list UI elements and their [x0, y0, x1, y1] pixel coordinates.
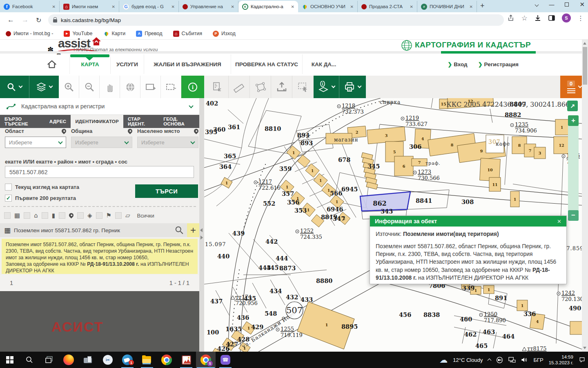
taskbar-start[interactable] — [0, 352, 20, 368]
bookmark-item[interactable]: AПревод — [136, 31, 162, 37]
filter-checkbox[interactable] — [115, 212, 122, 219]
network-icon[interactable] — [508, 357, 516, 363]
sidebar-tab[interactable]: ГЕОД. ОСНОВА — [159, 115, 199, 128]
measure-coordinates-tool[interactable] — [207, 76, 229, 98]
restore-button[interactable] — [565, 2, 569, 7]
browser-tab[interactable]: ⌂Имоти наем✕ — [60, 1, 119, 12]
measure-distance-tool[interactable] — [229, 76, 250, 98]
sidebar-tab[interactable]: БЪРЗО ТЪРСЕНЕ — [0, 115, 45, 128]
tray-expand-icon[interactable] — [488, 359, 492, 363]
home-icon[interactable] — [47, 59, 57, 69]
result-add-button[interactable]: + — [187, 223, 199, 237]
nav-item-жалби-и-възражения[interactable]: ЖАЛБИ И ВЪЗРАЖЕНИЯ — [144, 54, 231, 74]
keyboard-language[interactable]: БГР — [533, 357, 543, 363]
select-region-tool[interactable] — [292, 76, 314, 98]
sidebar-tab[interactable]: ИДЕНТИФИКАТОР — [71, 115, 123, 128]
sidebar-tab[interactable]: СТАР ИДЕНТ. — [123, 115, 159, 128]
filter-checkbox[interactable] — [96, 212, 102, 219]
tab-close-icon[interactable]: ✕ — [51, 4, 57, 9]
field-select-1[interactable]: Изберете — [5, 137, 66, 148]
map-building[interactable] — [570, 321, 582, 334]
close-button[interactable]: ✕ — [579, 1, 585, 8]
filter-checkbox[interactable] — [42, 212, 48, 219]
filter-checkbox[interactable] — [24, 212, 30, 219]
minimize-button[interactable]: — — [549, 2, 554, 8]
filter-checkbox[interactable] — [4, 212, 11, 219]
current-view-checkbox[interactable] — [5, 184, 12, 191]
browser-tab[interactable]: Управление на✕ — [179, 1, 238, 12]
print-button[interactable] — [339, 76, 366, 98]
clock[interactable]: 14:5915.3.2023 г. — [549, 354, 573, 366]
menu-dots-icon[interactable]: ⋮ — [577, 14, 584, 22]
zoom-window-in-tool[interactable] — [140, 76, 161, 98]
upload-tool[interactable] — [271, 76, 292, 98]
field-select-3[interactable]: Изберете — [137, 137, 198, 148]
tab-close-icon[interactable]: ✕ — [290, 4, 296, 9]
layer-select-dropdown[interactable]: Кадастрална карта и регистри — [0, 98, 199, 115]
identifier-input[interactable]: 55871.507.862 — [5, 166, 194, 178]
info-tool[interactable]: i — [181, 76, 204, 98]
search-tool-button[interactable] — [0, 76, 29, 98]
zoom-slider-track[interactable] — [568, 115, 579, 221]
sidebar-tab[interactable]: АДРЕС — [45, 115, 71, 128]
zoom-out-tool[interactable] — [79, 76, 100, 98]
volume-icon[interactable] — [521, 357, 528, 363]
result-zoom-icon[interactable] — [175, 226, 184, 235]
scrollbar-thumb[interactable] — [583, 47, 587, 85]
map-building[interactable] — [297, 155, 310, 168]
address-bar[interactable]: kais.cadastre.bg/bg/Map — [48, 14, 504, 26]
bookmark-item[interactable]: Карти — [103, 31, 126, 37]
zoom-window-out-tool[interactable] — [161, 76, 181, 98]
back-button[interactable]: ← — [7, 16, 14, 24]
tab-close-icon[interactable]: ✕ — [111, 4, 116, 9]
sidebar-collapse-strip[interactable] — [199, 98, 204, 352]
search-button[interactable]: ТЪРСИ — [135, 184, 198, 198]
browser-tab[interactable]: #ПОЧИВНИ ДНИ✕ — [417, 1, 477, 12]
taskbar-task-view[interactable] — [39, 352, 59, 368]
share-icon[interactable] — [508, 14, 515, 22]
download-icon[interactable] — [534, 14, 541, 22]
page-scrollbar[interactable] — [582, 40, 588, 352]
first200-checkbox[interactable]: ✓ — [5, 195, 12, 202]
weather-condition[interactable]: Cloudy — [466, 357, 483, 363]
tab-close-icon[interactable]: ✕ — [230, 4, 236, 9]
popup-header[interactable]: Информация за обект ✕ — [370, 216, 566, 227]
zoom-in-tool[interactable] — [59, 76, 79, 98]
forward-button[interactable]: → — [22, 16, 29, 24]
map-zoom-in-button[interactable]: + — [568, 115, 579, 126]
nav-item-как-да-[interactable]: КАК ДА... — [302, 54, 345, 74]
taskbar-photos[interactable] — [176, 352, 196, 368]
tab-close-icon[interactable]: ✕ — [349, 4, 355, 9]
meet-now-icon[interactable] — [496, 357, 503, 364]
bookmark-item[interactable]: Имоти - Imot.bg - — [6, 31, 53, 36]
tab-close-icon[interactable]: ✕ — [409, 4, 414, 9]
fullscreen-button[interactable]: ↗ — [567, 101, 578, 111]
taskbar-viber[interactable]: ☎ — [216, 352, 235, 368]
browser-tab[interactable]: ККадастрално-а✕ — [238, 1, 298, 12]
field-select-2[interactable]: Изберете — [71, 137, 132, 148]
auth-link[interactable]: ❯Регистрация — [478, 61, 519, 67]
tab-search-chevron-icon[interactable] — [535, 2, 539, 7]
filter-checkbox[interactable] — [77, 212, 84, 219]
bookmark-item[interactable]: ⌂Събития — [173, 31, 202, 37]
browser-tab[interactable]: ОСНОВНО УЧИ✕ — [298, 1, 358, 12]
filter-checkbox[interactable] — [59, 212, 65, 219]
browser-tab[interactable]: Продава 2-СТА✕ — [358, 1, 417, 12]
tab-close-icon[interactable]: ✕ — [468, 4, 474, 9]
filter-all-label[interactable]: Всички — [137, 213, 154, 219]
taskbar-thunderbird[interactable]: 1 — [118, 352, 137, 368]
auth-link[interactable]: ❯Вход — [448, 61, 467, 67]
taskbar-firefox[interactable] — [59, 352, 78, 368]
measure-area-tool[interactable] — [250, 76, 271, 98]
bookmark-item[interactable]: PИзход — [213, 31, 236, 37]
pan-tool[interactable] — [100, 76, 120, 98]
nav-item-проверка-на-статус[interactable]: ПРОВЕРКА НА СТАТУС — [231, 54, 302, 74]
side-panel-icon[interactable] — [548, 14, 555, 22]
popup-close-icon[interactable]: ✕ — [557, 218, 561, 224]
taskbar-chrome-profile[interactable]: S — [196, 352, 216, 368]
profile-avatar[interactable]: S — [562, 13, 571, 22]
taskbar-search[interactable] — [20, 352, 39, 368]
weather-temp[interactable]: 12°C — [453, 357, 465, 363]
notification-icon[interactable] — [579, 357, 586, 363]
bookmark-item[interactable]: ▶YouTube — [64, 31, 92, 37]
